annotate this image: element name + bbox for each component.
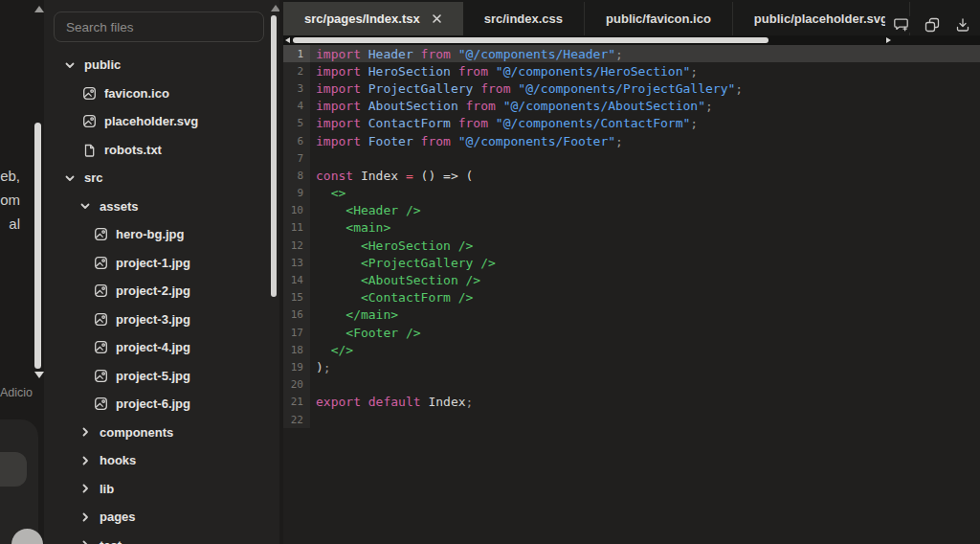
scroll-up-arrow-icon[interactable] bbox=[34, 6, 44, 12]
tree-item-pages[interactable]: pages bbox=[44, 503, 274, 532]
tree-item-label: assets bbox=[100, 199, 138, 214]
tree-item-project-5-jpg[interactable]: project-5.jpg bbox=[44, 362, 274, 391]
code-line-3[interactable]: 3import ProjectGallery from "@/component… bbox=[283, 79, 980, 97]
code-line-text: import ContactForm from "@/components/Co… bbox=[310, 115, 980, 132]
tree-item-project-3-jpg[interactable]: project-3.jpg bbox=[44, 306, 274, 334]
tree-item-project-4-jpg[interactable]: project-4.jpg bbox=[44, 333, 274, 362]
code-line-text: const Index = () => ( bbox=[310, 167, 980, 184]
tree-item-label: components bbox=[100, 425, 173, 440]
code-line-2[interactable]: 2import HeroSection from "@/components/H… bbox=[283, 62, 980, 79]
scroll-down-arrow-icon[interactable] bbox=[34, 372, 44, 378]
code-line-10[interactable]: 10 <Header /> bbox=[283, 202, 980, 219]
tree-item-lib[interactable]: lib bbox=[44, 475, 274, 504]
tree-scrollbar-thumb[interactable] bbox=[271, 15, 277, 297]
chevron-down-icon bbox=[78, 199, 92, 213]
code-line-20[interactable]: 20 bbox=[283, 376, 980, 394]
comment-add-icon[interactable] bbox=[893, 16, 909, 33]
tab-public-favicon-ico[interactable]: public/favicon.ico bbox=[585, 2, 733, 35]
code-line-14[interactable]: 14 <AboutSection /> bbox=[283, 271, 980, 288]
tree-scroll-up-arrow-icon[interactable] bbox=[271, 5, 279, 11]
line-number: 4 bbox=[283, 98, 310, 115]
code-area[interactable]: 1import Header from "@/components/Header… bbox=[283, 45, 980, 428]
line-number: 6 bbox=[283, 132, 310, 149]
code-line-21[interactable]: 21export default Index; bbox=[283, 394, 980, 411]
tree-item-robots-txt[interactable]: robots.txt bbox=[44, 136, 274, 165]
tree-item-label: test bbox=[100, 538, 122, 544]
code-line-15[interactable]: 15 <ContactForm /> bbox=[283, 289, 980, 306]
line-number: 20 bbox=[283, 376, 310, 394]
clipped-text-fragment: al bbox=[9, 215, 20, 232]
tree-item-label: project-2.jpg bbox=[116, 283, 190, 298]
tree-item-label: project-1.jpg bbox=[116, 256, 190, 270]
line-number: 2 bbox=[283, 62, 310, 79]
tree-item-hooks[interactable]: hooks bbox=[44, 446, 274, 475]
horizontal-scrollbar-thumb[interactable] bbox=[293, 37, 768, 43]
image-file-icon bbox=[94, 312, 108, 327]
code-line-13[interactable]: 13 <ProjectGallery /> bbox=[283, 254, 980, 271]
code-line-text: <AboutSection /> bbox=[310, 271, 980, 288]
line-number: 3 bbox=[283, 79, 310, 97]
line-number: 8 bbox=[283, 167, 310, 184]
tree-item-label: hooks bbox=[100, 453, 136, 467]
tab-bar: src/pages/Index.tsxsrc/index.csspublic/f… bbox=[283, 0, 980, 35]
code-line-12[interactable]: 12 <HeroSection /> bbox=[283, 237, 980, 254]
code-line-22[interactable]: 22 bbox=[283, 411, 980, 428]
code-line-6[interactable]: 6import Footer from "@/components/Footer… bbox=[283, 132, 980, 149]
line-number: 15 bbox=[283, 289, 310, 306]
image-file-icon bbox=[94, 340, 108, 354]
tab-label: src/pages/Index.tsx bbox=[304, 11, 420, 26]
code-line-11[interactable]: 11 <main> bbox=[283, 219, 980, 237]
tree-item-project-1-jpg[interactable]: project-1.jpg bbox=[44, 249, 274, 278]
tree-item-label: project-5.jpg bbox=[116, 369, 190, 383]
tree-item-public[interactable]: public bbox=[44, 51, 274, 79]
tree-item-src[interactable]: src bbox=[44, 164, 274, 193]
code-line-text: ); bbox=[310, 358, 980, 375]
line-number: 16 bbox=[283, 306, 310, 324]
tab-src-index-css[interactable]: src/index.css bbox=[463, 2, 585, 35]
image-file-icon bbox=[94, 227, 108, 241]
tree-item-components[interactable]: components bbox=[44, 419, 274, 447]
tree-item-test[interactable]: test bbox=[44, 532, 274, 544]
tree-item-project-6-jpg[interactable]: project-6.jpg bbox=[44, 390, 274, 419]
tree-item-label: project-6.jpg bbox=[116, 397, 190, 411]
line-number: 14 bbox=[283, 271, 310, 288]
tree-item-label: placeholder.svg bbox=[104, 114, 198, 128]
background-scrollbar-thumb[interactable] bbox=[34, 123, 41, 369]
code-line-7[interactable]: 7 bbox=[283, 149, 980, 167]
code-line-text: import HeroSection from "@/components/He… bbox=[310, 62, 980, 79]
code-line-19[interactable]: 19); bbox=[283, 358, 980, 375]
code-line-text: import AboutSection from "@/components/A… bbox=[310, 98, 980, 115]
code-line-1[interactable]: 1import Header from "@/components/Header… bbox=[283, 45, 980, 62]
code-line-5[interactable]: 5import ContactForm from "@/components/C… bbox=[283, 115, 980, 132]
scroll-left-arrow-icon[interactable] bbox=[285, 37, 290, 43]
tree-item-hero-bg-jpg[interactable]: hero-bg.jpg bbox=[44, 220, 274, 249]
code-line-text bbox=[310, 149, 980, 167]
line-number: 5 bbox=[283, 115, 310, 132]
tab-src-pages-index-tsx[interactable]: src/pages/Index.tsx bbox=[283, 2, 463, 35]
tree-item-label: project-3.jpg bbox=[116, 312, 190, 327]
close-tab-icon[interactable] bbox=[432, 13, 442, 24]
search-files-input[interactable] bbox=[54, 11, 264, 42]
code-line-8[interactable]: 8const Index = () => ( bbox=[283, 167, 980, 184]
code-line-9[interactable]: 9 <> bbox=[283, 185, 980, 202]
image-file-icon bbox=[94, 256, 108, 270]
code-line-text: import ProjectGallery from "@/components… bbox=[310, 79, 980, 97]
tab-public-placeholder-svg[interactable]: public/placeholder.svg bbox=[733, 2, 910, 35]
code-line-17[interactable]: 17 <Footer /> bbox=[283, 324, 980, 341]
adicionar-button[interactable]: Adicio bbox=[0, 386, 42, 399]
code-line-16[interactable]: 16 </main> bbox=[283, 306, 980, 324]
tree-item-placeholder-svg[interactable]: placeholder.svg bbox=[44, 107, 274, 136]
tree-item-project-2-jpg[interactable]: project-2.jpg bbox=[44, 277, 274, 306]
code-line-text: <main> bbox=[310, 219, 980, 237]
image-file-icon bbox=[82, 114, 97, 128]
code-line-text: <ContactForm /> bbox=[310, 289, 980, 306]
code-line-18[interactable]: 18 </> bbox=[283, 341, 980, 358]
line-number: 12 bbox=[283, 237, 310, 254]
scroll-right-arrow-icon[interactable] bbox=[886, 37, 891, 43]
download-icon[interactable] bbox=[955, 17, 970, 33]
tree-item-favicon-ico[interactable]: favicon.ico bbox=[44, 79, 274, 108]
tree-item-assets[interactable]: assets bbox=[44, 193, 274, 221]
chevron-right-icon bbox=[78, 425, 92, 439]
copy-icon[interactable] bbox=[924, 17, 940, 33]
code-line-4[interactable]: 4import AboutSection from "@/components/… bbox=[283, 98, 980, 115]
